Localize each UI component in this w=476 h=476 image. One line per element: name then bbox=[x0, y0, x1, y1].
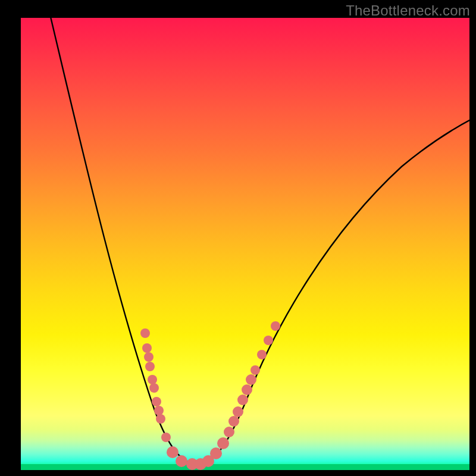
chart-frame: TheBottleneck.com bbox=[0, 0, 476, 476]
plot-area bbox=[21, 18, 469, 470]
scatter-dot bbox=[149, 383, 159, 393]
watermark-text: TheBottleneck.com bbox=[346, 2, 470, 19]
scatter-dot bbox=[148, 375, 157, 384]
scatter-dot bbox=[224, 427, 234, 437]
scatter-dot bbox=[237, 394, 248, 405]
scatter-dot bbox=[144, 352, 154, 362]
scatter-dot bbox=[145, 362, 155, 371]
scatter-dot bbox=[228, 416, 239, 427]
scatter-dot bbox=[156, 414, 165, 424]
scatter-dot bbox=[210, 447, 222, 459]
bottleneck-curve-left bbox=[49, 18, 469, 464]
scatter-dot bbox=[152, 397, 161, 406]
scatter-dot bbox=[154, 406, 164, 415]
scatter-dot bbox=[242, 384, 252, 395]
scatter-dot bbox=[246, 374, 256, 385]
scatter-dot bbox=[271, 321, 280, 331]
scatter-dot bbox=[140, 328, 150, 338]
scatter-dot bbox=[257, 350, 267, 359]
scatter-dot bbox=[161, 433, 171, 442]
scatter-dot bbox=[250, 365, 260, 375]
scatter-dot bbox=[217, 437, 229, 449]
scatter-dot bbox=[264, 336, 273, 345]
chart-svg bbox=[21, 18, 469, 470]
scatter-group bbox=[140, 321, 280, 470]
scatter-dot bbox=[142, 343, 152, 353]
scatter-dot bbox=[167, 446, 178, 458]
scatter-dot bbox=[233, 406, 243, 417]
scatter-dot bbox=[176, 455, 187, 467]
